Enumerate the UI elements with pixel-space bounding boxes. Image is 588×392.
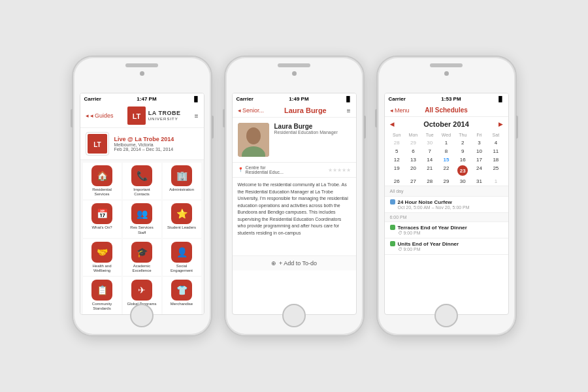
phone-2-nav: ◂ Senior... Laura Burge ≡	[233, 104, 356, 118]
menu-icon-2[interactable]: ≡	[347, 107, 351, 114]
cal-day[interactable]: 30	[455, 177, 471, 186]
hero-info: Live @ La Trobe 2014 Melbourne, Victoria…	[114, 136, 174, 152]
prev-month-button[interactable]: ◂	[390, 120, 394, 129]
event-title-1: 24 Hour Noise Curfew	[398, 199, 470, 205]
cal-day[interactable]: 31	[471, 177, 487, 186]
cal-day[interactable]: 10	[471, 147, 487, 155]
cal-day[interactable]: 19	[389, 164, 405, 177]
all-day-label: All day	[390, 189, 404, 193]
grid-item-health[interactable]: 🤝 Health andWellbeing	[83, 239, 122, 276]
cal-day[interactable]: 6	[405, 147, 421, 155]
cal-day[interactable]: 14	[421, 155, 438, 164]
calendar-month: October 2014	[423, 120, 469, 128]
speaker-1	[125, 63, 158, 67]
cal-day[interactable]: 4	[487, 139, 504, 147]
cal-day[interactable]: 30	[421, 139, 438, 147]
nav-title-2: Laura Burge	[284, 106, 327, 114]
profile-role: Residential Education Manager	[274, 130, 338, 135]
avatar	[238, 123, 269, 157]
cal-day[interactable]: 20	[405, 164, 421, 177]
event-title-3: Units End of Year Dinner	[398, 241, 459, 247]
cal-day[interactable]: 16	[455, 155, 471, 164]
cal-day[interactable]: 2	[455, 139, 471, 147]
cal-day[interactable]: 13	[405, 155, 421, 164]
profile-name: Laura Burge	[274, 123, 338, 130]
back-button-3[interactable]: ◂ Menu	[390, 107, 410, 114]
grid-item-social[interactable]: 👤 SocialEngagement	[163, 239, 201, 276]
battery-3: ▐▌	[497, 96, 504, 102]
star-rating: ★★★★★	[328, 167, 351, 173]
cal-day[interactable]: 26	[389, 177, 405, 186]
grid-item-contacts[interactable]: 📞 ImportantContacts	[123, 163, 161, 199]
back-button-1[interactable]: ◂ ◂ Guides	[86, 112, 114, 119]
cal-day[interactable]: 3	[471, 139, 487, 147]
grid-item-residential[interactable]: 🏠 ResidentialServices	[83, 163, 122, 199]
cal-day[interactable]: 9	[455, 147, 471, 155]
event-dot-2	[390, 225, 395, 230]
cal-day[interactable]: 21	[421, 164, 438, 177]
menu-icon-1[interactable]: ≡	[195, 112, 199, 120]
cal-day[interactable]: 22	[438, 164, 454, 177]
add-todo-button[interactable]: ⊕ + Add to To-do	[233, 256, 356, 270]
add-todo-label: + Add to To-do	[279, 260, 317, 267]
event-title: Live @ La Trobe 2014	[114, 136, 174, 142]
event-2[interactable]: Terraces End of Year Dinner ⏱ 9:00 PM	[385, 222, 508, 238]
cal-day[interactable]: 29	[405, 139, 421, 147]
cal-day[interactable]: 27	[405, 177, 421, 186]
time-2: 1:49 PM	[289, 96, 308, 102]
profile-info: Laura Burge Residential Education Manage…	[274, 123, 338, 157]
home-button-3[interactable]	[434, 304, 458, 327]
cal-day[interactable]: 5	[389, 147, 405, 155]
profile-section: Laura Burge Residential Education Manage…	[233, 118, 356, 163]
location-section: 📍 Centre forResidential Educ... ★★★★★	[233, 163, 356, 178]
day-header-fri: Fri	[471, 131, 487, 139]
grid-item-leaders[interactable]: ⭐ Student Leaders	[163, 201, 201, 237]
event-time-1: Oct 20, 5:00 AM – Nov 20, 5:00 PM	[398, 205, 470, 210]
back-button-2[interactable]: ◂ Senior...	[238, 107, 265, 114]
event-3[interactable]: Units End of Year Dinner ⏱ 9:00 PM	[385, 238, 508, 255]
avatar-image	[238, 123, 269, 157]
contacts-icon: 📞	[131, 165, 152, 186]
back-chevron-1: ◂	[86, 112, 89, 119]
health-label: Health andWellbeing	[92, 264, 111, 273]
cal-day[interactable]: 28	[421, 177, 438, 186]
event-dates: Feb 28, 2014 – Dec 31, 2014	[114, 147, 174, 152]
grid-item-whatson[interactable]: 📅 What's On?	[83, 201, 122, 237]
svg-text:LT: LT	[132, 112, 140, 120]
cal-day-today[interactable]: 23	[455, 164, 471, 177]
cal-day[interactable]: 7	[421, 147, 438, 155]
camera-2	[292, 71, 297, 76]
nav-title-3: All Schedules	[425, 106, 468, 114]
cal-day[interactable]: 29	[438, 177, 454, 186]
hero-logo: LT	[86, 132, 109, 155]
cal-day[interactable]: 18	[487, 155, 504, 164]
cal-day[interactable]: 11	[487, 147, 504, 155]
time-1: 1:47 PM	[137, 96, 156, 102]
cal-day[interactable]: 8	[438, 147, 454, 155]
cal-day-15[interactable]: 15	[438, 155, 454, 164]
home-button-1[interactable]	[130, 304, 154, 327]
status-bar-3: Carrier 1:53 PM ▐▌	[385, 93, 508, 104]
home-button-2[interactable]	[282, 304, 306, 327]
time-3: 1:53 PM	[441, 96, 461, 102]
grid-item-resstaff[interactable]: 👥 Res ServicesStaff	[123, 201, 161, 237]
event-time-2: ⏱ 9:00 PM	[398, 231, 467, 235]
phone-3-top-bezel	[378, 57, 515, 93]
event-location: Melbourne, Victoria	[114, 142, 174, 147]
next-month-button[interactable]: ▸	[498, 120, 502, 129]
grid-item-academic[interactable]: 🎓 AcademicExcellence	[123, 239, 161, 276]
cal-day[interactable]: 17	[471, 155, 487, 164]
event-dot-1	[390, 199, 395, 204]
phone-3-bottom	[378, 296, 515, 335]
cal-day[interactable]: 25	[487, 164, 504, 177]
grid-item-admin[interactable]: 🏢 Administration	[163, 163, 201, 199]
cal-day[interactable]: 12	[389, 155, 405, 164]
status-bar-2: Carrier 1:49 PM ▐▌	[233, 93, 356, 104]
cal-day[interactable]: 1	[487, 177, 504, 186]
scene: Carrier 1:47 PM ▐▌ ◂ ◂ Guides LT LA TROB…	[59, 42, 530, 350]
cal-day[interactable]: 28	[389, 139, 405, 147]
cal-day[interactable]: 24	[471, 164, 487, 177]
cal-day[interactable]: 1	[438, 139, 454, 147]
event-1[interactable]: 24 Hour Noise Curfew Oct 20, 5:00 AM – N…	[385, 197, 508, 213]
day-header-tue: Tue	[421, 131, 438, 139]
